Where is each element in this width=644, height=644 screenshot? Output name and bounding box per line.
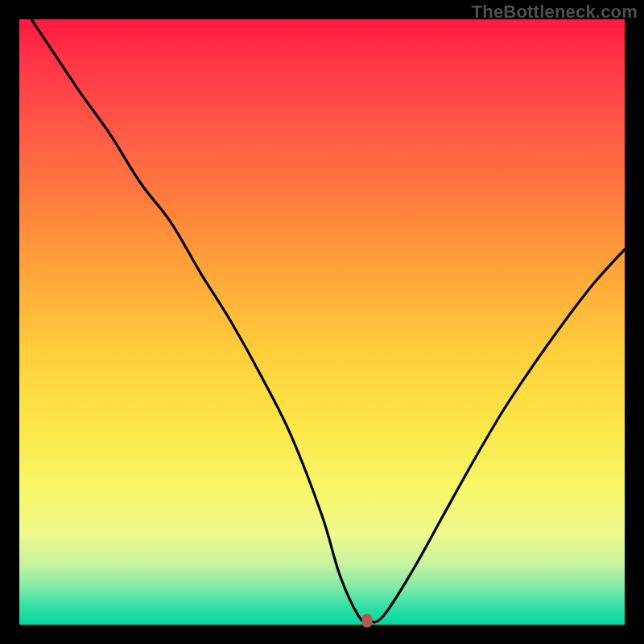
- chart-frame: TheBottleneck.com: [0, 0, 644, 644]
- bottleneck-curve: [19, 19, 625, 625]
- plot-area: [19, 19, 625, 625]
- watermark-text: TheBottleneck.com: [472, 2, 638, 23]
- optimal-point-marker: [362, 613, 373, 627]
